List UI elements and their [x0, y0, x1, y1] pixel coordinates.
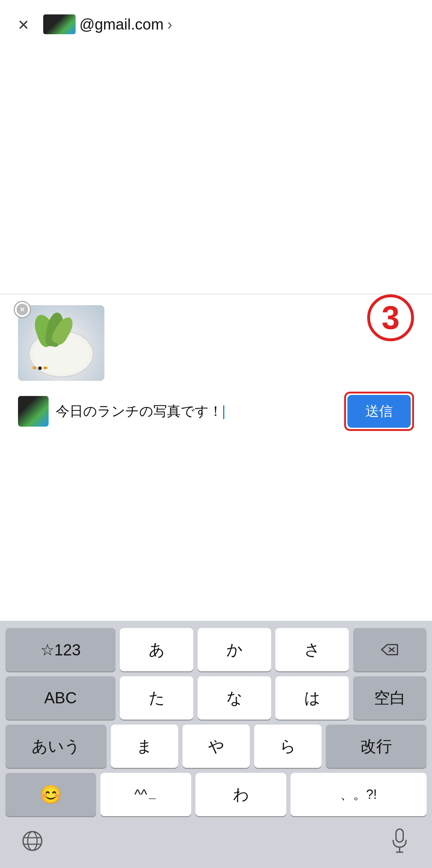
key-ta[interactable]: た	[120, 676, 193, 720]
attachment-row: ×	[18, 305, 414, 388]
key-return[interactable]: 改行	[326, 725, 427, 768]
svg-point-3	[28, 832, 37, 850]
key-na[interactable]: な	[198, 676, 271, 720]
compose-area: 3 ×	[0, 294, 432, 438]
key-aiueo[interactable]: あいう	[5, 725, 107, 768]
mic-button[interactable]	[383, 825, 416, 857]
account-info[interactable]: @gmail.com ›	[43, 14, 172, 34]
svg-rect-6	[396, 829, 403, 842]
key-ka[interactable]: か	[198, 628, 271, 671]
topping1	[32, 366, 37, 369]
keyboard-row-3: あいう ま や ら 改行	[5, 725, 427, 768]
key-ma[interactable]: ま	[111, 725, 178, 768]
message-area	[0, 41, 432, 294]
key-wa[interactable]: わ	[195, 773, 286, 816]
message-input[interactable]: 今日のランチの写真です！	[56, 399, 337, 424]
svg-point-2	[23, 832, 42, 850]
key-ha[interactable]: は	[275, 676, 349, 720]
attachment-image	[18, 305, 104, 381]
key-backspace[interactable]	[353, 628, 427, 671]
keyboard: ☆123 あ か さ ABC た な は 空白 あいう ま や ら 改行 😊 ^…	[0, 621, 432, 868]
topping3	[43, 366, 48, 369]
globe-button[interactable]	[16, 825, 49, 857]
topping2	[38, 366, 42, 370]
close-button[interactable]: ×	[18, 15, 29, 34]
salad-decoration	[18, 305, 104, 381]
globe-icon	[21, 830, 44, 852]
key-ra[interactable]: ら	[254, 725, 321, 768]
send-button-wrapper: 送信	[344, 392, 414, 431]
send-button[interactable]: 送信	[347, 395, 411, 428]
backspace-icon	[381, 643, 399, 656]
header: × @gmail.com ›	[0, 0, 432, 41]
key-abc[interactable]: ABC	[5, 676, 116, 720]
chevron-right-icon: ›	[167, 16, 172, 33]
toppings	[32, 366, 48, 370]
key-punctuation[interactable]: 、。?!	[291, 773, 427, 816]
key-123[interactable]: ☆123	[5, 628, 116, 671]
key-space[interactable]: 空白	[353, 676, 427, 720]
key-caret[interactable]: ^^＿	[100, 773, 191, 816]
remove-attachment-button[interactable]: ×	[14, 301, 31, 318]
step-number: 3	[382, 302, 400, 334]
key-emoji[interactable]: 😊	[5, 773, 96, 816]
account-email: @gmail.com	[79, 16, 163, 33]
attachment-thumbnail: ×	[18, 305, 104, 388]
text-cursor	[223, 405, 224, 419]
step-badge: 3	[367, 294, 414, 341]
keyboard-row-1: ☆123 あ か さ	[5, 628, 427, 671]
greens-decoration	[29, 312, 79, 356]
keyboard-row-2: ABC た な は 空白	[5, 676, 427, 720]
input-row: 今日のランチの写真です！ 送信	[18, 392, 414, 431]
message-text: 今日のランチの写真です！	[56, 404, 222, 419]
key-sa[interactable]: さ	[275, 628, 349, 671]
mic-icon	[390, 828, 409, 854]
key-a[interactable]: あ	[120, 628, 193, 671]
account-avatar	[43, 14, 76, 34]
key-ya[interactable]: や	[183, 725, 250, 768]
remove-icon: ×	[17, 304, 28, 315]
keyboard-bottom	[5, 821, 427, 864]
user-avatar	[18, 396, 49, 427]
keyboard-row-4: 😊 ^^＿ わ 、。?!	[5, 773, 427, 816]
